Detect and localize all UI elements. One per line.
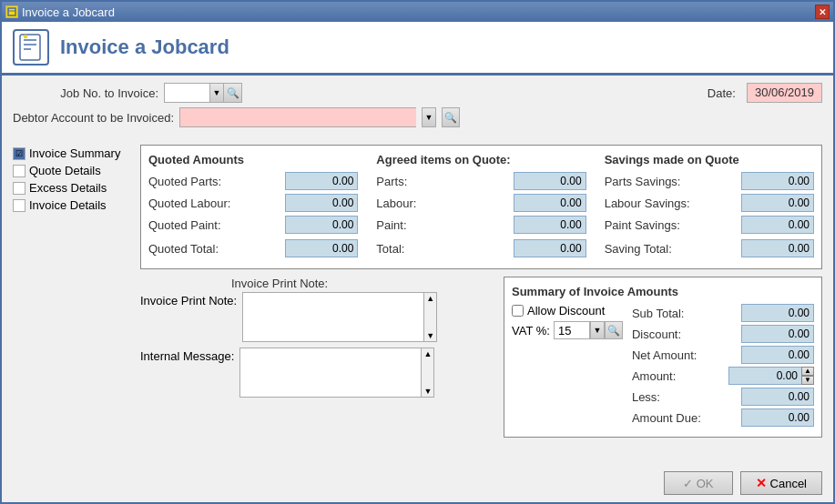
header-area: Invoice a Jobcard — [2, 22, 833, 76]
internal-message-scroll-down[interactable]: ▼ — [422, 386, 433, 397]
net-amount-row: Net Amount: — [632, 346, 814, 364]
window-title: Invoice a Jobcard — [22, 5, 115, 19]
parts-savings-row: Parts Savings: — [605, 172, 814, 190]
paint-savings-value — [741, 216, 814, 234]
discount-row: Discount: — [632, 325, 814, 343]
debtor-label: Debtor Account to be Invoiced: — [13, 111, 174, 125]
amount-spin-up[interactable]: ▲ — [801, 367, 814, 376]
quoted-parts-label: Quoted Parts: — [148, 175, 221, 188]
sub-total-value — [741, 304, 814, 322]
svg-rect-0 — [8, 8, 15, 15]
title-bar-left: Invoice a Jobcard — [5, 5, 115, 19]
internal-message-scroll-up[interactable]: ▲ — [422, 348, 433, 359]
agreed-labour-value — [514, 194, 586, 212]
amount-spin-down[interactable]: ▼ — [801, 376, 814, 385]
job-no-search-btn[interactable]: 🔍 — [224, 83, 242, 103]
sidebar-label-excess-details: Excess Details — [29, 181, 107, 195]
sidebar-item-excess-details[interactable]: Excess Details — [13, 179, 131, 197]
amount-due-label: Amount Due: — [632, 411, 701, 425]
labour-savings-row: Labour Savings: — [605, 194, 814, 212]
agreed-labour-row: Labour: — [376, 194, 586, 212]
saving-total-row: Saving Total: — [605, 239, 814, 257]
agreed-paint-label: Paint: — [376, 218, 406, 232]
labour-savings-label: Labour Savings: — [605, 197, 690, 210]
agreed-total-label: Total: — [376, 242, 404, 256]
title-bar: Invoice a Jobcard ✕ — [2, 2, 833, 22]
less-value — [741, 388, 814, 406]
job-no-combo: ▼ 🔍 — [164, 83, 242, 103]
parts-savings-label: Parts Savings: — [605, 175, 681, 188]
ok-label: OK — [697, 477, 714, 490]
quoted-grid: Quoted Amounts Quoted Parts: Quoted Labo… — [148, 153, 814, 261]
sidebar-icon-quote-details — [13, 165, 25, 177]
paint-savings-row: Paint Savings: — [605, 216, 814, 234]
main-window: Invoice a Jobcard ✕ Invoice a Jobcard Jo… — [0, 0, 835, 504]
allow-discount-checkbox[interactable] — [512, 305, 524, 317]
amount-spinner-wrap: ▲ ▼ — [728, 367, 814, 385]
debtor-dropdown-btn[interactable]: ▼ — [422, 107, 436, 127]
quoted-labour-row: Quoted Labour: — [148, 194, 358, 212]
svg-point-6 — [24, 35, 27, 38]
svg-rect-2 — [20, 35, 40, 60]
sidebar-item-invoice-details[interactable]: Invoice Details — [13, 197, 131, 214]
job-no-input[interactable] — [164, 83, 209, 103]
allow-discount-area: Allow Discount VAT %: ▼ 🔍 — [512, 304, 623, 429]
internal-message-textarea[interactable] — [239, 348, 422, 398]
vat-input[interactable] — [554, 321, 590, 339]
savings-header: Savings made on Quote — [605, 153, 814, 166]
summary-values: Sub Total: Discount: Net Amount: — [632, 304, 814, 429]
print-note-textarea[interactable] — [242, 292, 424, 342]
quoted-labour-value — [285, 194, 358, 212]
quoted-paint-label: Quoted Paint: — [148, 218, 221, 232]
sidebar-icon-invoice-details — [13, 199, 25, 212]
less-row: Less: — [632, 388, 814, 406]
notes-section: Invoice Print Note: Invoice Print Note: … — [140, 277, 494, 438]
page-title: Invoice a Jobcard — [60, 35, 229, 59]
agreed-parts-value — [514, 172, 586, 190]
amount-due-row: Amount Due: — [632, 408, 814, 427]
job-no-row: Job No. to Invoice: ▼ 🔍 Date: 30/06/2019 — [13, 83, 822, 103]
agreed-items-col: Agreed items on Quote: Parts: Labour: Pa… — [376, 153, 586, 261]
vat-search-btn[interactable]: 🔍 — [605, 321, 623, 339]
print-note-scroll-down[interactable]: ▼ — [424, 330, 436, 341]
allow-discount-label[interactable]: Allow Discount — [527, 304, 605, 318]
amount-row: Amount: ▲ ▼ — [632, 367, 814, 385]
debtor-search-btn[interactable]: 🔍 — [442, 107, 460, 127]
main-content: Quoted Amounts Quoted Parts: Quoted Labo… — [140, 145, 822, 438]
sidebar-label-invoice-summary: Invoice Summary — [29, 146, 120, 160]
quoted-parts-row: Quoted Parts: — [148, 172, 358, 190]
sidebar-icon-excess-details — [13, 182, 25, 195]
cancel-label: Cancel — [770, 477, 807, 490]
ok-button[interactable]: ✓ OK — [664, 471, 733, 495]
print-note-scroll-up[interactable]: ▲ — [424, 293, 436, 304]
quoted-total-value — [285, 239, 358, 257]
discount-label: Discount: — [632, 328, 681, 341]
summary-top-row: Allow Discount VAT %: ▼ 🔍 — [512, 304, 814, 429]
print-note-wrap: Invoice Print Note: Invoice Print Note: … — [140, 277, 494, 342]
sidebar-item-invoice-summary[interactable]: ☑ Invoice Summary — [13, 145, 131, 162]
date-value: 30/06/2019 — [747, 83, 822, 103]
sub-total-label: Sub Total: — [632, 307, 685, 320]
paint-savings-label: Paint Savings: — [605, 218, 680, 232]
job-no-dropdown-btn[interactable]: ▼ — [209, 83, 224, 103]
close-button[interactable]: ✕ — [815, 5, 830, 19]
amount-spinner: ▲ ▼ — [801, 367, 814, 385]
summary-title: Summary of Invoice Amounts — [512, 285, 814, 298]
discount-value — [741, 325, 814, 343]
date-label: Date: — [708, 86, 741, 100]
quoted-total-label: Quoted Total: — [148, 242, 219, 256]
allow-discount-row: Allow Discount — [512, 304, 623, 318]
vat-dropdown-btn[interactable]: ▼ — [590, 321, 605, 339]
sidebar-icon-invoice-summary: ☑ — [13, 147, 25, 160]
quoted-amounts-header: Quoted Amounts — [148, 153, 358, 166]
sidebar-label-invoice-details: Invoice Details — [29, 198, 107, 212]
cancel-x-icon: ✕ — [756, 476, 767, 490]
vat-row: VAT %: ▼ 🔍 — [512, 321, 623, 339]
ok-checkmark-icon: ✓ — [683, 477, 693, 490]
sidebar-item-quote-details[interactable]: Quote Details — [13, 162, 131, 179]
print-note-label: Invoice Print Note: — [231, 277, 494, 290]
cancel-button[interactable]: ✕ Cancel — [740, 471, 822, 495]
form-area: Job No. to Invoice: ▼ 🔍 Date: 30/06/2019… — [2, 76, 833, 139]
debtor-input[interactable] — [179, 107, 416, 127]
vat-label: VAT %: — [512, 324, 550, 338]
